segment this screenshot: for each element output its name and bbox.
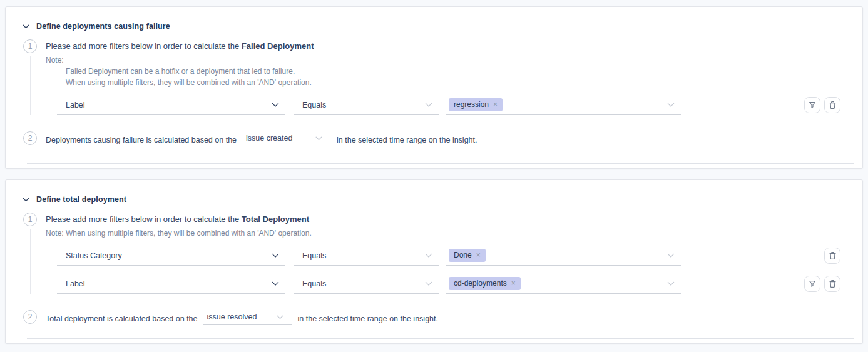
collapse-chevron-icon[interactable] [23, 24, 29, 29]
step1-text-prefix: Please add more filters below in order t… [46, 41, 242, 51]
panel-header[interactable]: Define total deployment [6, 180, 862, 204]
panel-title: Define deployments causing failure [36, 22, 170, 31]
calculation-basis-select[interactable]: issue created [242, 134, 331, 146]
operator-select[interactable]: Equals [294, 246, 439, 266]
field-select-value: Label [66, 279, 85, 288]
operator-select[interactable]: Equals [294, 274, 439, 294]
step1-number: 1 [28, 215, 33, 224]
panel-title: Define total deployment [36, 195, 126, 204]
row-actions [804, 97, 840, 113]
step-number-badge: 2 [23, 310, 37, 324]
step1-text-prefix: Please add more filters below in order t… [46, 214, 242, 224]
operator-select-value: Equals [302, 101, 326, 109]
row-filter-button[interactable] [804, 276, 820, 292]
row-delete-button[interactable] [824, 276, 840, 292]
stepper-rail: 2 [23, 131, 37, 146]
chevron-down-icon [425, 253, 432, 258]
trash-icon [829, 101, 837, 109]
chevron-down-icon [667, 281, 675, 286]
funnel-icon [808, 279, 817, 288]
filter-row: Status Category Equals Done × [46, 246, 862, 266]
note-lines: Failed Deployment can be a hotfix or a d… [46, 66, 862, 88]
row-filter-button[interactable] [804, 97, 820, 113]
values-multiselect[interactable]: Done × [446, 246, 681, 266]
filter-row: Label Equals regression × [46, 95, 862, 115]
step2-text-after: in the selected time range on the insigh… [337, 136, 477, 144]
field-select-value: Status Category [66, 251, 122, 260]
tag-remove-icon[interactable]: × [493, 101, 498, 108]
value-tag: regression × [449, 98, 503, 111]
tag-label: cd-deployments [454, 279, 507, 288]
step-number-badge: 2 [23, 131, 37, 145]
field-select[interactable]: Label [57, 274, 285, 294]
step1-text-bold: Total Deployment [242, 214, 309, 224]
step-1: 1 Please add more filters below in order… [6, 213, 862, 294]
value-tags: regression × [449, 98, 503, 111]
values-multiselect[interactable]: regression × [446, 95, 681, 115]
chevron-down-icon [272, 281, 279, 286]
step-2: 2 Deployments causing failure is calcula… [6, 131, 862, 146]
chevron-down-icon [272, 103, 279, 108]
chevron-down-icon [315, 136, 322, 141]
step-1: 1 Please add more filters below in order… [6, 39, 862, 115]
trash-icon [829, 279, 837, 288]
trash-icon [829, 251, 837, 260]
field-select-value: Label [66, 101, 85, 109]
value-tag: cd-deployments × [449, 277, 521, 290]
value-tag: Done × [449, 249, 486, 262]
step2-select-value: issue resolved [207, 313, 257, 321]
tag-remove-icon[interactable]: × [476, 251, 481, 259]
step2-text-before: Total deployment is calculated based on … [46, 314, 198, 323]
step-number-badge: 1 [23, 39, 37, 53]
step2-select-value: issue created [246, 134, 292, 143]
step1-number: 1 [28, 42, 33, 51]
value-tags: Done × [449, 249, 486, 262]
stepper-connector-line [30, 56, 31, 115]
operator-select-value: Equals [302, 279, 326, 288]
stepper-rail: 2 [23, 310, 37, 325]
note-label: Note: [46, 55, 862, 66]
row-delete-button[interactable] [824, 248, 840, 264]
step2-number: 2 [28, 313, 33, 321]
collapse-chevron-icon[interactable] [23, 198, 29, 202]
tag-remove-icon[interactable]: × [511, 279, 516, 287]
step-number-badge: 1 [23, 213, 37, 226]
step1-instruction: Please add more filters below in order t… [46, 214, 862, 224]
value-tags: cd-deployments × [449, 277, 521, 290]
filters: Status Category Equals Done × [46, 246, 862, 294]
step2-number: 2 [28, 134, 33, 143]
field-select[interactable]: Label [57, 95, 285, 115]
row-delete-button[interactable] [824, 97, 840, 113]
stepper-rail: 1 [23, 213, 37, 294]
definition-panel: Define total deployment 1 Please add mor… [5, 179, 863, 344]
funnel-icon [808, 101, 817, 109]
step2-text-before: Deployments causing failure is calculate… [46, 136, 237, 144]
section-divider [27, 163, 854, 164]
note-line: When using multiple filters, they will b… [66, 78, 862, 88]
step2-body: Deployments causing failure is calculate… [46, 131, 862, 146]
panel-header[interactable]: Define deployments causing failure [6, 7, 862, 31]
chevron-down-icon [277, 315, 283, 319]
note-label: Note: When using multiple filters, they … [46, 228, 862, 239]
operator-select[interactable]: Equals [294, 95, 439, 115]
chevron-down-icon [667, 253, 675, 258]
step1-body: Please add more filters below in order t… [46, 39, 862, 115]
row-actions [824, 248, 840, 264]
filter-row: Label Equals cd-deployments × [46, 274, 862, 294]
panels-container: Define deployments causing failure 1 Ple… [0, 0, 868, 344]
stepper-connector-line [30, 229, 31, 294]
tag-label: regression [454, 100, 489, 109]
step2-text-after: in the selected time range on the insigh… [298, 314, 438, 323]
note-line: Failed Deployment can be a hotfix or a d… [66, 66, 862, 77]
step1-instruction: Please add more filters below in order t… [46, 41, 862, 51]
operator-select-value: Equals [302, 251, 326, 260]
row-actions [804, 276, 840, 292]
section-divider [27, 338, 854, 339]
definition-panel: Define deployments causing failure 1 Ple… [5, 6, 863, 169]
step-2: 2 Total deployment is calculated based o… [6, 310, 862, 325]
field-select[interactable]: Status Category [57, 246, 285, 266]
calculation-basis-select[interactable]: issue resolved [203, 313, 292, 325]
chevron-down-icon [425, 103, 432, 108]
values-multiselect[interactable]: cd-deployments × [446, 274, 681, 294]
step2-body: Total deployment is calculated based on … [46, 310, 862, 325]
